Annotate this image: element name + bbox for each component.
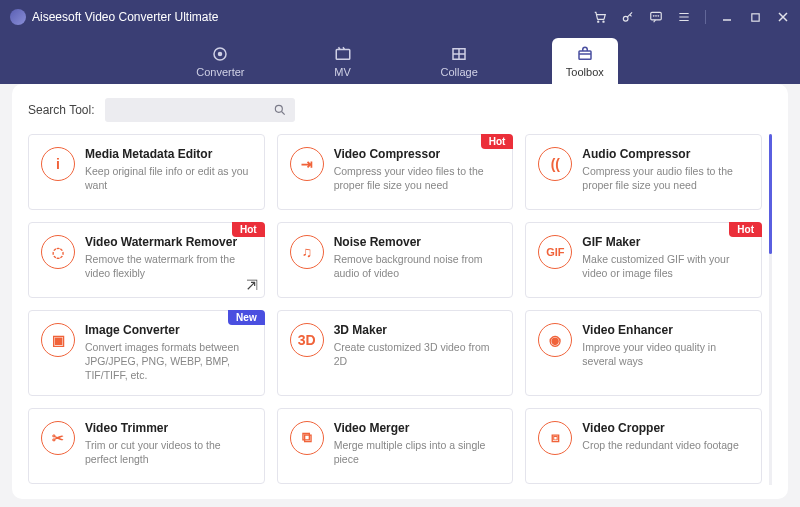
maximize-button[interactable] bbox=[748, 10, 762, 24]
tab-converter[interactable]: Converter bbox=[182, 38, 258, 84]
app-logo-icon bbox=[10, 9, 26, 25]
tool-desc: Compress your video files to the proper … bbox=[334, 164, 501, 192]
tool-icon: ◉ bbox=[538, 323, 572, 357]
tool-icon: ◌ bbox=[41, 235, 75, 269]
search-input[interactable] bbox=[105, 98, 295, 122]
cart-icon[interactable] bbox=[593, 10, 607, 24]
tool-card[interactable]: ((Audio CompressorCompress your audio fi… bbox=[525, 134, 762, 210]
tool-desc: Remove the watermark from the video flex… bbox=[85, 252, 252, 280]
svg-point-6 bbox=[658, 16, 659, 17]
tool-icon: (( bbox=[538, 147, 572, 181]
pin-icon[interactable]: ⇱ bbox=[244, 279, 260, 291]
svg-rect-7 bbox=[751, 13, 758, 20]
tab-label: Toolbox bbox=[566, 66, 604, 78]
tool-title: Video Trimmer bbox=[85, 421, 252, 435]
tool-icon: ⇥ bbox=[290, 147, 324, 181]
tool-desc: Merge multiple clips into a single piece bbox=[334, 438, 501, 466]
feedback-icon[interactable] bbox=[649, 10, 663, 24]
tool-icon: ♫ bbox=[290, 235, 324, 269]
tool-icon: 3D bbox=[290, 323, 324, 357]
tool-card[interactable]: ✂Video TrimmerTrim or cut your videos to… bbox=[28, 408, 265, 484]
titlebar-divider bbox=[705, 10, 706, 24]
svg-point-2 bbox=[623, 16, 628, 21]
svg-point-1 bbox=[603, 21, 604, 22]
collage-icon bbox=[449, 45, 469, 63]
hot-badge: Hot bbox=[729, 222, 762, 237]
tool-desc: Crop the redundant video footage bbox=[582, 438, 749, 452]
tab-mv[interactable]: MV bbox=[319, 38, 367, 84]
tool-title: Image Converter bbox=[85, 323, 252, 337]
tool-card[interactable]: ♫Noise RemoverRemove background noise fr… bbox=[277, 222, 514, 298]
svg-rect-12 bbox=[579, 51, 591, 59]
search-label: Search Tool: bbox=[28, 103, 95, 117]
tab-label: Converter bbox=[196, 66, 244, 78]
tool-desc: Create customized 3D video from 2D bbox=[334, 340, 501, 368]
tool-title: Audio Compressor bbox=[582, 147, 749, 161]
tool-desc: Convert images formats between JPG/JPEG,… bbox=[85, 340, 252, 383]
tool-icon: ✂ bbox=[41, 421, 75, 455]
titlebar-actions bbox=[593, 10, 790, 24]
tool-card[interactable]: ◉Video EnhancerImprove your video qualit… bbox=[525, 310, 762, 396]
tool-desc: Keep original file info or edit as you w… bbox=[85, 164, 252, 192]
tab-label: Collage bbox=[441, 66, 478, 78]
minimize-button[interactable] bbox=[720, 10, 734, 24]
tab-label: MV bbox=[334, 66, 351, 78]
toolbox-icon bbox=[575, 45, 595, 63]
svg-point-5 bbox=[656, 16, 657, 17]
scrollbar-thumb[interactable] bbox=[769, 134, 772, 254]
tool-title: Video Watermark Remover bbox=[85, 235, 252, 249]
tab-toolbox[interactable]: Toolbox bbox=[552, 38, 618, 84]
app-logo: Aiseesoft Video Converter Ultimate bbox=[10, 9, 219, 25]
tool-title: Noise Remover bbox=[334, 235, 501, 249]
svg-point-9 bbox=[219, 52, 222, 55]
tool-desc: Make customized GIF with your video or i… bbox=[582, 252, 749, 280]
tab-collage[interactable]: Collage bbox=[427, 38, 492, 84]
hot-badge: Hot bbox=[481, 134, 514, 149]
tool-title: Video Enhancer bbox=[582, 323, 749, 337]
new-badge: New bbox=[228, 310, 265, 325]
tool-title: GIF Maker bbox=[582, 235, 749, 249]
menu-icon[interactable] bbox=[677, 10, 691, 24]
key-icon[interactable] bbox=[621, 10, 635, 24]
tool-desc: Remove background noise from audio of vi… bbox=[334, 252, 501, 280]
mv-icon bbox=[333, 45, 353, 63]
converter-icon bbox=[210, 45, 230, 63]
tool-card[interactable]: iMedia Metadata EditorKeep original file… bbox=[28, 134, 265, 210]
tool-desc: Improve your video quality in several wa… bbox=[582, 340, 749, 368]
search-icon bbox=[273, 103, 287, 117]
tool-card[interactable]: HotGIFGIF MakerMake customized GIF with … bbox=[525, 222, 762, 298]
tool-desc: Trim or cut your videos to the perfect l… bbox=[85, 438, 252, 466]
search-bar: Search Tool: bbox=[28, 98, 772, 122]
tool-title: Media Metadata Editor bbox=[85, 147, 252, 161]
hot-badge: Hot bbox=[232, 222, 265, 237]
tool-desc: Compress your audio files to the proper … bbox=[582, 164, 749, 192]
tool-grid: iMedia Metadata EditorKeep original file… bbox=[28, 134, 772, 484]
tool-card[interactable]: Hot◌Video Watermark RemoverRemove the wa… bbox=[28, 222, 265, 298]
app-title: Aiseesoft Video Converter Ultimate bbox=[32, 10, 219, 24]
tool-icon: i bbox=[41, 147, 75, 181]
main-nav: Converter MV Collage Toolbox bbox=[0, 34, 800, 84]
svg-point-0 bbox=[598, 21, 599, 22]
toolbox-panel: Search Tool: iMedia Metadata EditorKeep … bbox=[12, 84, 788, 499]
tool-icon: ⧉ bbox=[290, 421, 324, 455]
svg-point-13 bbox=[275, 105, 282, 112]
tool-card[interactable]: 3D3D MakerCreate customized 3D video fro… bbox=[277, 310, 514, 396]
tool-title: Video Merger bbox=[334, 421, 501, 435]
svg-point-4 bbox=[653, 16, 654, 17]
close-button[interactable] bbox=[776, 10, 790, 24]
tool-title: 3D Maker bbox=[334, 323, 501, 337]
tool-icon: ▣ bbox=[41, 323, 75, 357]
tool-title: Video Cropper bbox=[582, 421, 749, 435]
tool-card[interactable]: ⧈Video CropperCrop the redundant video f… bbox=[525, 408, 762, 484]
svg-rect-10 bbox=[336, 49, 350, 59]
tool-card[interactable]: ⧉Video MergerMerge multiple clips into a… bbox=[277, 408, 514, 484]
tool-icon: GIF bbox=[538, 235, 572, 269]
tool-title: Video Compressor bbox=[334, 147, 501, 161]
tool-card[interactable]: New▣Image ConverterConvert images format… bbox=[28, 310, 265, 396]
tool-card[interactable]: Hot⇥Video CompressorCompress your video … bbox=[277, 134, 514, 210]
tool-icon: ⧈ bbox=[538, 421, 572, 455]
titlebar: Aiseesoft Video Converter Ultimate bbox=[0, 0, 800, 34]
